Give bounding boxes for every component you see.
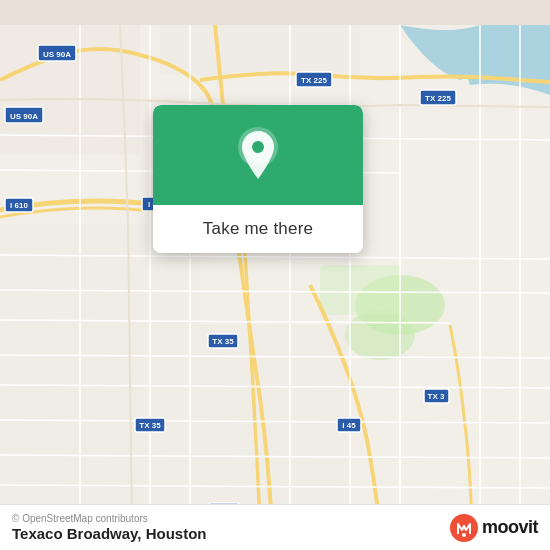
popup-header (153, 105, 363, 205)
svg-text:TX 35: TX 35 (139, 421, 161, 430)
svg-text:TX 225: TX 225 (301, 76, 327, 85)
bottom-bar: © OpenStreetMap contributors Texaco Broa… (0, 504, 550, 550)
svg-text:TX 3: TX 3 (428, 392, 445, 401)
take-me-there-button[interactable]: Take me there (153, 205, 363, 253)
location-info: © OpenStreetMap contributors Texaco Broa… (12, 513, 206, 542)
svg-text:TX 225: TX 225 (425, 94, 451, 103)
svg-text:I 45: I 45 (342, 421, 356, 430)
moovit-brand-text: moovit (482, 517, 538, 538)
attribution-text: © OpenStreetMap contributors (12, 513, 206, 524)
svg-rect-3 (320, 265, 400, 315)
svg-rect-7 (200, 325, 350, 525)
popup-card: Take me there (153, 105, 363, 253)
svg-point-2 (345, 310, 415, 360)
svg-text:TX 35: TX 35 (212, 337, 234, 346)
svg-text:I 610: I 610 (10, 201, 28, 210)
svg-rect-6 (0, 225, 200, 525)
svg-text:US 90A: US 90A (10, 112, 38, 121)
map-container: US 90A US 90A TX 225 TX 225 I 610 I 610 … (0, 0, 550, 550)
svg-point-32 (252, 141, 264, 153)
moovit-icon-svg (450, 514, 478, 542)
map-background: US 90A US 90A TX 225 TX 225 I 610 I 610 … (0, 0, 550, 550)
moovit-logo: moovit (450, 514, 538, 542)
map-pin-icon (236, 127, 280, 183)
svg-point-34 (462, 533, 466, 537)
svg-text:US 90A: US 90A (43, 50, 71, 59)
location-name: Texaco Broadway, Houston (12, 525, 206, 542)
